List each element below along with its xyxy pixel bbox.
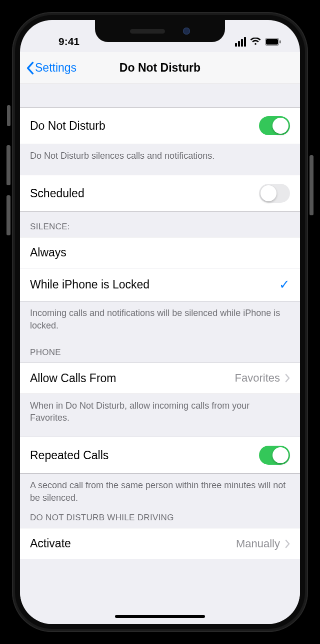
phone-header: PHONE bbox=[20, 345, 300, 363]
scheduled-toggle[interactable] bbox=[259, 184, 290, 203]
speaker-grille bbox=[130, 29, 165, 34]
repeated-calls-footer: A second call from the same person withi… bbox=[20, 474, 300, 513]
power-button bbox=[310, 155, 314, 215]
volume-down-button bbox=[6, 195, 10, 235]
dnd-label: Do Not Disturb bbox=[30, 119, 106, 133]
svg-rect-2 bbox=[280, 40, 281, 43]
home-indicator[interactable] bbox=[115, 615, 205, 618]
dnd-toggle[interactable] bbox=[259, 116, 290, 135]
silence-footer: Incoming calls and notifications will be… bbox=[20, 301, 300, 345]
silence-option-label: Always bbox=[30, 246, 66, 259]
allow-calls-label: Allow Calls From bbox=[30, 372, 116, 385]
silence-switch bbox=[7, 105, 10, 126]
screen: 9:41 bbox=[20, 20, 300, 624]
volume-up-button bbox=[6, 145, 10, 185]
back-label: Settings bbox=[35, 61, 76, 75]
nav-bar: Settings Do Not Disturb bbox=[20, 52, 300, 84]
allow-calls-footer: When in Do Not Disturb, allow incoming c… bbox=[20, 394, 300, 437]
activate-row[interactable]: Activate Manually bbox=[20, 528, 300, 559]
silence-group: Always While iPhone is Locked ✓ bbox=[20, 237, 300, 301]
front-camera bbox=[183, 28, 190, 35]
repeated-calls-label: Repeated Calls bbox=[30, 449, 108, 462]
allow-calls-value: Favorites bbox=[235, 372, 280, 385]
repeated-calls-row[interactable]: Repeated Calls bbox=[20, 437, 300, 474]
status-time: 9:41 bbox=[39, 36, 99, 48]
chevron-right-icon bbox=[285, 539, 290, 548]
wifi-icon bbox=[250, 38, 261, 46]
silence-header: SILENCE: bbox=[20, 212, 300, 237]
back-button[interactable]: Settings bbox=[26, 61, 76, 75]
svg-rect-1 bbox=[266, 39, 278, 45]
allow-calls-row[interactable]: Allow Calls From Favorites bbox=[20, 363, 300, 394]
chevron-left-icon bbox=[26, 62, 34, 75]
driving-header: DO NOT DISTURB WHILE DRIVING bbox=[20, 513, 300, 528]
scheduled-toggle-row[interactable]: Scheduled bbox=[20, 175, 300, 212]
repeated-calls-toggle[interactable] bbox=[259, 446, 290, 465]
phone-frame: 9:41 bbox=[0, 0, 320, 644]
silence-option-always[interactable]: Always bbox=[20, 237, 300, 268]
battery-icon bbox=[265, 38, 281, 46]
cellular-signal-icon bbox=[235, 37, 246, 47]
settings-content[interactable]: Do Not Disturb Do Not Disturb silences c… bbox=[20, 84, 300, 624]
activate-value: Manually bbox=[236, 537, 280, 550]
silence-option-label: While iPhone is Locked bbox=[30, 278, 150, 291]
activate-label: Activate bbox=[30, 537, 71, 550]
chevron-right-icon bbox=[285, 374, 290, 383]
dnd-footer: Do Not Disturb silences calls and notifi… bbox=[20, 144, 300, 175]
scheduled-label: Scheduled bbox=[30, 187, 84, 200]
silence-option-locked[interactable]: While iPhone is Locked ✓ bbox=[20, 268, 300, 301]
checkmark-icon: ✓ bbox=[279, 277, 290, 292]
dnd-toggle-row[interactable]: Do Not Disturb bbox=[20, 107, 300, 144]
notch bbox=[95, 20, 225, 42]
